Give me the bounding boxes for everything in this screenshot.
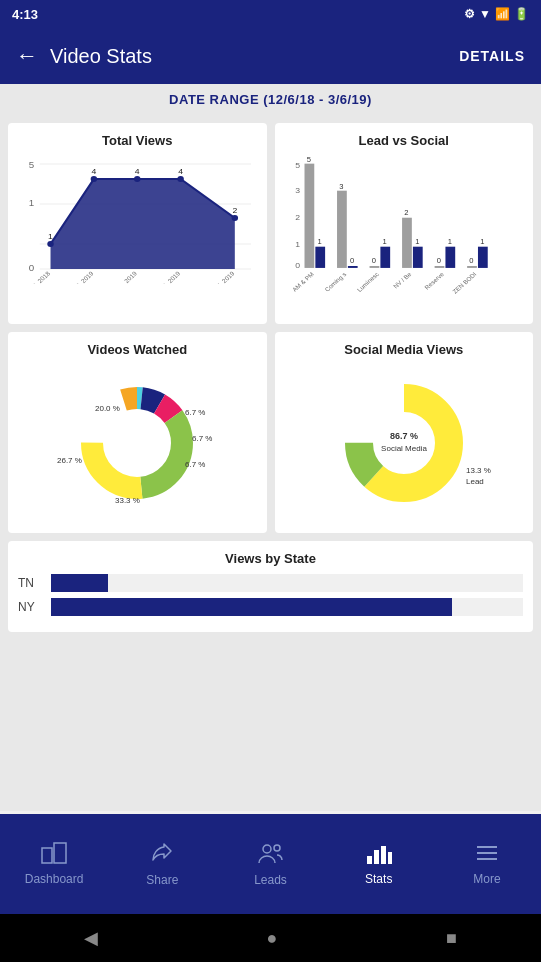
date-range-bar[interactable]: DATE RANGE (12/6/18 - 3/6/19) — [0, 84, 541, 115]
svg-text:6.7 %: 6.7 % — [185, 460, 205, 469]
svg-text:1: 1 — [317, 238, 321, 246]
total-views-title: Total Views — [18, 133, 257, 148]
svg-text:4: 4 — [135, 166, 140, 176]
svg-text:Social Media: Social Media — [381, 444, 427, 453]
svg-text:Lead: Lead — [466, 477, 484, 486]
svg-text:5: 5 — [29, 160, 34, 170]
svg-rect-29 — [315, 247, 325, 268]
svg-point-14 — [91, 176, 98, 182]
total-views-chart: 1 5 0 1 4 4 4 2 — [18, 154, 257, 314]
svg-text:ZEN BODI: ZEN BODI — [450, 271, 477, 294]
svg-rect-37 — [445, 247, 455, 268]
android-home-button[interactable]: ● — [267, 928, 278, 949]
svg-point-16 — [177, 176, 184, 182]
battery-icon: 🔋 — [514, 7, 529, 21]
nav-item-dashboard[interactable]: Dashboard — [0, 834, 108, 894]
svg-point-78 — [263, 845, 271, 853]
main-content: Total Views 1 5 0 — [0, 115, 541, 811]
videos-watched-svg: 20.0 % 6.7 % 6.7 % 6.7 % 33.3 % 26.7 % — [37, 363, 237, 523]
state-bar-bg-ny — [51, 598, 523, 616]
svg-rect-32 — [369, 266, 379, 268]
svg-rect-81 — [374, 850, 379, 864]
views-by-state-title: Views by State — [18, 551, 523, 566]
svg-point-79 — [274, 845, 280, 851]
svg-text:0: 0 — [436, 257, 440, 265]
line-chart-svg: 1 5 0 1 4 4 4 2 — [18, 154, 257, 284]
svg-text:NV / Be: NV / Be — [391, 270, 412, 289]
svg-rect-28 — [304, 164, 314, 268]
svg-rect-30 — [337, 191, 347, 268]
more-icon — [474, 842, 500, 868]
svg-rect-31 — [347, 266, 357, 268]
state-row-ny: NY — [18, 598, 523, 616]
svg-text:Reserve: Reserve — [422, 270, 445, 290]
nav-item-more[interactable]: More — [433, 834, 541, 894]
svg-text:4: 4 — [91, 166, 96, 176]
nav-item-share[interactable]: Share — [108, 833, 216, 895]
social-media-views-card: Social Media Views 86.7 % Social Media 1… — [275, 332, 534, 533]
share-icon — [150, 841, 174, 869]
svg-text:5: 5 — [295, 161, 300, 169]
svg-point-15 — [134, 176, 141, 182]
bottom-nav: Dashboard Share Leads Stats More — [0, 814, 541, 914]
svg-marker-7 — [51, 179, 235, 269]
bar-chart-svg: 5 3 2 1 0 — [285, 154, 524, 294]
svg-rect-83 — [388, 852, 392, 864]
status-bar: 4:13 ⚙ ▼ 📶 🔋 — [0, 0, 541, 28]
nav-item-leads[interactable]: Leads — [216, 833, 324, 895]
svg-text:Jan 18, 2019: Jan 18, 2019 — [63, 270, 95, 284]
svg-text:Jan 21, 2019: Jan 21, 2019 — [106, 270, 138, 284]
svg-point-17 — [232, 215, 239, 221]
nav-item-stats[interactable]: Stats — [325, 834, 433, 894]
svg-text:Dec 10, 2018: Dec 10, 2018 — [19, 270, 52, 284]
status-icons: ⚙ ▼ 📶 🔋 — [464, 7, 529, 21]
lead-social-chart: 5 3 2 1 0 — [285, 154, 524, 314]
svg-rect-82 — [381, 846, 386, 864]
app-header: ← Video Stats DETAILS — [0, 28, 541, 84]
nav-label-more: More — [473, 872, 500, 886]
android-back-button[interactable]: ◀ — [84, 927, 98, 949]
svg-rect-39 — [477, 247, 487, 268]
svg-text:26.7 %: 26.7 % — [57, 456, 82, 465]
svg-text:3: 3 — [295, 186, 300, 194]
android-nav: ◀ ● ■ — [0, 914, 541, 962]
svg-text:1: 1 — [29, 198, 34, 208]
videos-watched-title: Videos Watched — [18, 342, 257, 357]
stats-icon — [366, 842, 392, 868]
android-recent-button[interactable]: ■ — [446, 928, 457, 949]
svg-text:0: 0 — [350, 257, 354, 265]
svg-text:AM & PM: AM & PM — [290, 271, 315, 293]
svg-rect-33 — [380, 247, 390, 268]
svg-text:Mar 5, 2019: Mar 5, 2019 — [206, 270, 236, 284]
page-title: Video Stats — [50, 45, 459, 68]
svg-text:0: 0 — [295, 261, 300, 269]
settings-icon: ⚙ — [464, 7, 475, 21]
svg-text:2: 2 — [295, 213, 300, 221]
details-button[interactable]: DETAILS — [459, 48, 525, 64]
lead-vs-social-title: Lead vs Social — [285, 133, 524, 148]
state-bar-fill-tn — [51, 574, 108, 592]
nav-label-dashboard: Dashboard — [25, 872, 84, 886]
svg-text:1: 1 — [295, 240, 300, 248]
svg-text:0: 0 — [469, 257, 473, 265]
svg-rect-77 — [54, 843, 66, 863]
status-time: 4:13 — [12, 7, 464, 22]
svg-text:1: 1 — [480, 238, 484, 246]
svg-rect-38 — [467, 266, 477, 268]
back-button[interactable]: ← — [16, 43, 38, 69]
svg-point-13 — [47, 241, 54, 247]
svg-text:1: 1 — [447, 238, 451, 246]
charts-grid-top: Total Views 1 5 0 — [8, 123, 533, 324]
lead-vs-social-card: Lead vs Social 5 3 2 1 0 — [275, 123, 534, 324]
state-label-ny: NY — [18, 600, 43, 614]
nav-label-stats: Stats — [365, 872, 392, 886]
dashboard-icon — [41, 842, 67, 868]
svg-text:2: 2 — [404, 209, 408, 217]
svg-text:86.7 %: 86.7 % — [390, 431, 418, 441]
state-label-tn: TN — [18, 576, 43, 590]
total-views-card: Total Views 1 5 0 — [8, 123, 267, 324]
svg-rect-34 — [402, 218, 412, 268]
svg-text:13.3 %: 13.3 % — [466, 466, 491, 475]
state-bar-bg-tn — [51, 574, 523, 592]
svg-text:2: 2 — [232, 205, 237, 215]
